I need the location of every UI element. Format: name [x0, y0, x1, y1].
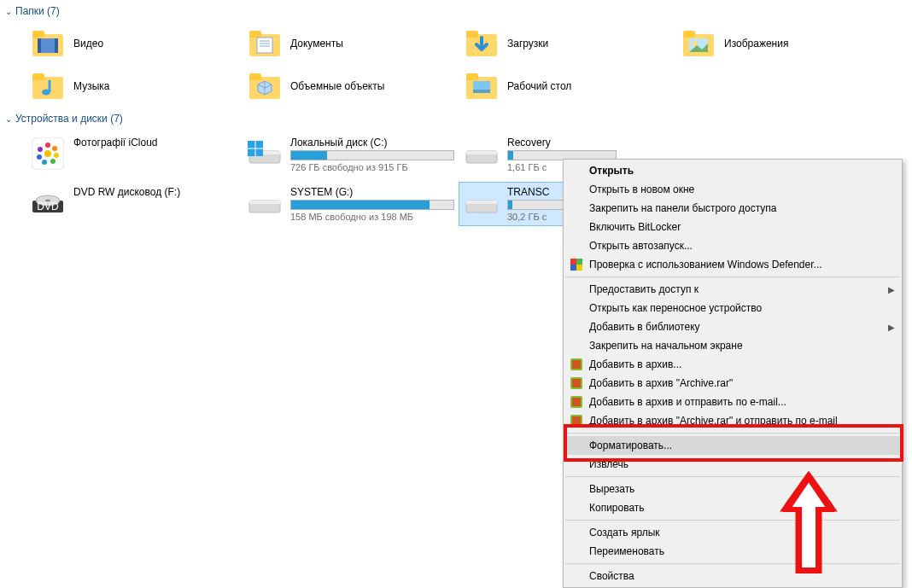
- drive-subtext: 726 ГБ свободно из 915 ГБ: [290, 162, 454, 172]
- ctx-properties[interactable]: Свойства: [564, 567, 902, 585]
- folder-item[interactable]: Изображения: [676, 26, 893, 61]
- ctx-pin-quick-access[interactable]: Закрепить на панели быстрого доступа: [564, 199, 902, 218]
- svg-rect-23: [466, 73, 478, 80]
- folder-label: Рабочий стол: [507, 80, 571, 92]
- video-folder-icon: [31, 29, 65, 58]
- svg-rect-12: [466, 31, 478, 38]
- folder-item[interactable]: Музыка: [26, 68, 243, 104]
- winrar-icon: [569, 357, 584, 372]
- downloads-folder-icon: [465, 29, 499, 58]
- folder-label: Музыка: [73, 80, 109, 92]
- folders-grid: Видео Документы Загрузки Изображения Муз…: [0, 19, 912, 108]
- folder-label: Видео: [73, 38, 103, 49]
- drive-subtext: 158 МБ свободно из 198 МБ: [290, 212, 454, 222]
- svg-point-19: [42, 90, 50, 96]
- drive-windows-icon: [248, 137, 282, 171]
- section-count: (7): [47, 5, 60, 17]
- section-title: Устройства и диски: [15, 113, 108, 125]
- documents-folder-icon: [248, 29, 282, 58]
- svg-rect-1: [32, 31, 44, 38]
- folder-item[interactable]: Загрузки: [459, 26, 676, 61]
- folder-label: Изображения: [724, 38, 788, 49]
- ctx-rar-add[interactable]: Добавить в архив...: [564, 355, 902, 374]
- ctx-portable[interactable]: Открыть как переносное устройство: [564, 299, 902, 317]
- ctx-open[interactable]: Открыть: [564, 161, 902, 180]
- drive-item-icloud[interactable]: Фотографії iCloud: [26, 133, 243, 176]
- svg-rect-47: [466, 201, 497, 204]
- svg-point-30: [54, 153, 59, 158]
- folder-label: Загрузки: [507, 38, 548, 49]
- svg-rect-18: [32, 73, 44, 80]
- svg-rect-50: [570, 265, 576, 271]
- svg-point-34: [38, 147, 43, 152]
- svg-rect-53: [572, 360, 581, 369]
- icloud-photos-icon: [31, 137, 65, 171]
- svg-rect-57: [572, 398, 581, 406]
- ctx-share[interactable]: Предоставить доступ к▶: [564, 280, 902, 299]
- ctx-rar-email-named[interactable]: Добавить в архив "Archive.rar" и отправи…: [564, 411, 902, 430]
- ctx-eject[interactable]: Извлечь: [564, 455, 902, 474]
- separator: [565, 563, 900, 564]
- capacity-bar: [290, 200, 454, 210]
- ctx-rar-email[interactable]: Добавить в архив и отправить по e-mail..…: [564, 393, 902, 411]
- ctx-cut[interactable]: Вырезать: [564, 480, 902, 498]
- drive-item-c[interactable]: Локальный диск (C:) 726 ГБ свободно из 9…: [243, 133, 459, 176]
- drive-name: SYSTEM (G:): [290, 186, 454, 198]
- ctx-shortcut[interactable]: Создать ярлык: [564, 523, 902, 542]
- folder-item[interactable]: Видео: [26, 26, 243, 61]
- submenu-arrow-icon: ▶: [888, 285, 895, 294]
- ctx-library[interactable]: Добавить в библиотеку▶: [564, 317, 902, 336]
- music-folder-icon: [31, 72, 65, 101]
- drive-item-system-g[interactable]: SYSTEM (G:) 158 МБ свободно из 198 МБ: [243, 183, 459, 225]
- svg-rect-21: [249, 73, 261, 80]
- drive-icon: [465, 137, 499, 171]
- svg-rect-25: [473, 90, 490, 93]
- winrar-icon: [569, 376, 584, 391]
- section-header-folders[interactable]: ⌄ Папки (7): [0, 3, 912, 19]
- pictures-folder-icon: [681, 29, 716, 58]
- ctx-rename[interactable]: Переименовать: [564, 542, 902, 561]
- svg-rect-4: [55, 38, 58, 53]
- drive-name: Recovery: [507, 137, 617, 148]
- svg-rect-55: [572, 379, 581, 387]
- drive-icon: [248, 186, 282, 220]
- svg-point-27: [44, 150, 51, 157]
- chevron-down-icon: ⌄: [5, 7, 12, 16]
- folder-item[interactable]: Документы: [243, 26, 459, 61]
- desktop-folder-icon: [465, 72, 499, 101]
- winrar-icon: [569, 394, 584, 410]
- folder-label: Объемные объекты: [290, 80, 384, 92]
- context-menu: Открыть Открыть в новом окне Закрепить н…: [563, 159, 903, 588]
- shield-icon: [569, 257, 584, 272]
- ctx-copy[interactable]: Копировать: [564, 498, 902, 517]
- ctx-bitlocker[interactable]: Включить BitLocker: [564, 218, 902, 236]
- section-count: (7): [110, 113, 123, 125]
- capacity-bar: [290, 150, 454, 160]
- ctx-open-new-window[interactable]: Открыть в новом окне: [564, 180, 902, 199]
- ctx-autoplay[interactable]: Открыть автозапуск...: [564, 236, 902, 255]
- svg-rect-39: [466, 151, 497, 154]
- folder-item[interactable]: Объемные объекты: [243, 68, 459, 104]
- separator: [565, 433, 900, 434]
- svg-rect-48: [570, 259, 576, 265]
- svg-rect-59: [572, 416, 581, 425]
- drive-name: DVD RW дисковод (F:): [73, 186, 237, 198]
- svg-point-32: [42, 160, 47, 165]
- ctx-defender[interactable]: Проверка с использованием Windows Defend…: [564, 255, 902, 274]
- folder-item[interactable]: Рабочий стол: [459, 68, 676, 104]
- section-header-drives[interactable]: ⌄ Устройства и диски (7): [0, 111, 912, 126]
- svg-point-31: [50, 159, 56, 164]
- drive-icon: [465, 186, 499, 220]
- folder-label: Документы: [290, 38, 343, 49]
- dvd-drive-icon: DVD: [31, 186, 65, 220]
- separator: [565, 277, 900, 277]
- ctx-rar-add-named[interactable]: Добавить в архив "Archive.rar": [564, 374, 902, 393]
- drive-item-dvd[interactable]: DVD DVD RW дисковод (F:): [26, 183, 243, 225]
- chevron-down-icon: ⌄: [5, 114, 12, 124]
- ctx-format[interactable]: Форматировать...: [564, 436, 902, 455]
- 3d-folder-icon: [248, 72, 282, 101]
- winrar-icon: [569, 413, 584, 428]
- separator: [565, 476, 900, 477]
- ctx-pin-start[interactable]: Закрепить на начальном экране: [564, 336, 902, 355]
- drive-name: Фотографії iCloud: [73, 137, 237, 148]
